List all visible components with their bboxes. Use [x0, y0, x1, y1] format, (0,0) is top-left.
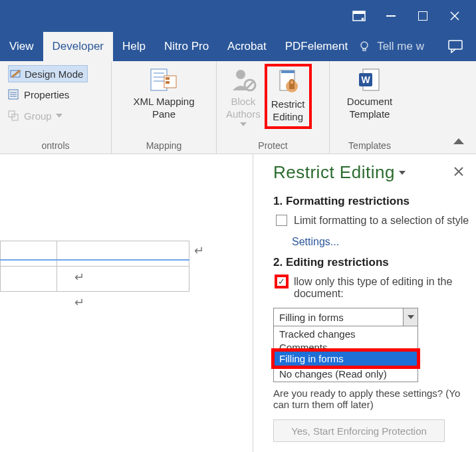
apply-settings-text: Are you ready to apply these settings? (…	[273, 388, 469, 410]
chevron-down-icon[interactable]	[403, 308, 417, 326]
group-label-controls: ontrols	[0, 140, 111, 151]
block-authors-label: Block Authors	[226, 96, 261, 121]
restrict-editing-label: Restrict Editing	[271, 98, 305, 124]
window-titlebar	[0, 0, 476, 32]
close-button[interactable]	[439, 0, 471, 32]
document-template-icon: W	[354, 66, 386, 93]
block-authors-icon	[227, 66, 259, 93]
chevron-down-icon[interactable]	[399, 171, 406, 175]
text-cursor	[0, 259, 189, 261]
ribbon-group-protect: Block Authors Restrict Editing Protect	[217, 61, 330, 154]
ribbon-tabs: View Developer Help Nitro Pro Acrobat PD…	[0, 32, 476, 61]
xml-mapping-pane-button[interactable]: XML Mapping Pane	[131, 65, 197, 122]
paragraph-mark-icon: ↵	[74, 295, 84, 310]
document-template-label: Document Template	[347, 96, 392, 121]
design-mode-label: Design Mode	[25, 68, 83, 80]
tell-me-input[interactable]: Tell me w	[377, 40, 424, 53]
paragraph-mark-icon: ↵	[74, 270, 84, 284]
xml-mapping-label: XML Mapping Pane	[134, 96, 195, 121]
svg-rect-24	[289, 84, 295, 89]
svg-line-21	[246, 81, 254, 89]
svg-rect-4	[449, 41, 462, 49]
editing-type-listbox: Tracked changes Comments Filling in form…	[273, 326, 418, 382]
group-icon	[8, 110, 20, 122]
block-authors-button: Block Authors	[223, 65, 263, 128]
svg-rect-17	[166, 77, 170, 80]
minimize-button[interactable]	[375, 0, 407, 32]
ribbon-group-templates: W Document Template Templates	[330, 61, 410, 154]
limit-formatting-label: Limit formatting to a selection of style	[294, 215, 469, 227]
svg-text:W: W	[361, 74, 370, 85]
lightbulb-icon	[358, 41, 370, 53]
allow-only-checkbox[interactable]	[276, 276, 287, 287]
ribbon: Design Mode Properties Group ontrols XML…	[0, 61, 476, 154]
document-template-button[interactable]: W Document Template	[344, 65, 395, 122]
section-editing-heading: 2. Editing restrictions	[273, 256, 469, 269]
maximize-button[interactable]	[407, 0, 439, 32]
tab-help[interactable]: Help	[113, 32, 155, 61]
limit-formatting-checkbox[interactable]	[276, 215, 287, 226]
allow-only-label: llow only this type of editing in the do…	[294, 276, 469, 300]
formatting-settings-link[interactable]: Settings...	[292, 236, 469, 248]
restrict-editing-icon	[272, 69, 304, 96]
properties-button[interactable]: Properties	[8, 85, 69, 104]
start-enforcing-button[interactable]: Yes, Start Enforcing Protection	[273, 419, 445, 442]
ribbon-group-mapping: XML Mapping Pane Mapping	[112, 61, 217, 154]
restrict-editing-pane: Restrict Editing 1. Formatting restricti…	[253, 154, 476, 452]
svg-point-2	[361, 42, 368, 49]
group-label-protect: Protect	[217, 140, 329, 151]
svg-rect-18	[166, 81, 170, 84]
chevron-down-icon	[56, 114, 62, 118]
document-table[interactable]	[0, 241, 189, 292]
option-filling-in-forms[interactable]: Filling in forms	[274, 351, 417, 366]
chevron-down-icon	[240, 122, 247, 126]
svg-rect-3	[363, 49, 366, 51]
document-canvas[interactable]: ↵ ↵ ↵	[0, 154, 238, 452]
properties-icon	[8, 88, 20, 100]
group-button[interactable]: Group	[8, 106, 62, 125]
option-no-changes[interactable]: No changes (Read only)	[274, 366, 417, 382]
section-formatting-heading: 1. Formatting restrictions	[273, 195, 469, 208]
option-tracked-changes[interactable]: Tracked changes	[274, 326, 417, 342]
paragraph-mark-icon: ↵	[194, 243, 204, 258]
group-label: Group	[24, 110, 52, 122]
design-mode-icon	[10, 68, 22, 80]
design-mode-button[interactable]: Design Mode	[8, 65, 88, 82]
ribbon-display-options-icon[interactable]	[343, 0, 375, 32]
tab-pdfelement[interactable]: PDFelement	[276, 32, 357, 61]
xml-mapping-icon	[148, 66, 180, 93]
close-pane-button[interactable]	[453, 166, 464, 179]
group-label-mapping: Mapping	[112, 140, 216, 151]
comments-icon[interactable]	[448, 40, 463, 53]
restrict-editing-button[interactable]: Restrict Editing	[266, 65, 310, 128]
tab-nitro-pro[interactable]: Nitro Pro	[155, 32, 218, 61]
tab-acrobat[interactable]: Acrobat	[218, 32, 276, 61]
ribbon-group-controls: Design Mode Properties Group ontrols	[0, 61, 112, 154]
properties-label: Properties	[24, 89, 69, 100]
group-label-templates: Templates	[330, 140, 410, 151]
svg-point-19	[236, 70, 245, 79]
pane-title: Restrict Editing	[273, 162, 469, 183]
tab-developer[interactable]: Developer	[43, 32, 114, 61]
collapse-ribbon-icon[interactable]	[453, 135, 464, 147]
option-comments[interactable]: Comments	[274, 342, 417, 351]
svg-rect-1	[353, 11, 365, 14]
tab-view[interactable]: View	[0, 32, 43, 61]
editing-type-combo[interactable]: Filling in forms	[273, 308, 418, 326]
editing-type-value: Filling in forms	[274, 312, 403, 323]
